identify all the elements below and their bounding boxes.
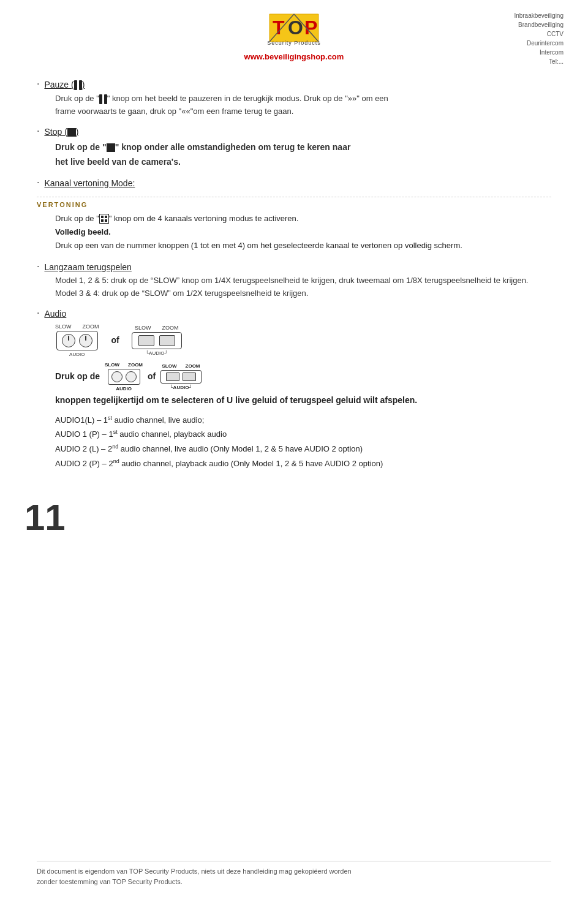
knob-1 bbox=[62, 334, 75, 347]
audio-list: AUDIO1(L) – 1st audio channel, live audi… bbox=[55, 413, 551, 471]
header-right: Inbraakbeveiliging Brandbeveiliging CCTV… bbox=[514, 11, 564, 66]
audio-druk-line: Druk op de SLOWZOOM AUDIO of SLOWZOOM bbox=[55, 361, 551, 408]
pause-bar-1 bbox=[74, 80, 77, 90]
section-langzaam: · Langzaam terugspelen Model 1, 2 & 5: d… bbox=[37, 262, 551, 300]
audio-list-item-3: AUDIO 2 (L) – 2nd audio channel, live au… bbox=[55, 442, 551, 456]
knob-2 bbox=[79, 334, 92, 347]
inline-diag1-box bbox=[108, 369, 140, 385]
kanaal-bullet-line: · Kanaal vertoning Mode: bbox=[37, 178, 551, 188]
section-stop: · Stop () Druk op de "" knop onder alle … bbox=[37, 127, 551, 170]
vertoning-volledig: Volledig beeld. bbox=[55, 227, 111, 236]
vertoning-section: VERTONING Druk op de "" knop om de 4 kan… bbox=[37, 197, 551, 252]
diagram2-labels: SLOW ZOOM bbox=[135, 325, 179, 331]
diag2-zoom: ZOOM bbox=[162, 325, 178, 331]
header-right-line6: Tel:... bbox=[514, 57, 564, 66]
stop-bold-text: Druk op de "" knop onder alle omstandigh… bbox=[55, 140, 551, 170]
diagram-box-1 bbox=[56, 331, 98, 350]
pause-sym-inline bbox=[99, 94, 107, 104]
inline-knob1 bbox=[111, 371, 123, 382]
diag1-slow: SLOW bbox=[55, 323, 72, 330]
inline-audio2-label: └AUDIO┘ bbox=[170, 384, 192, 392]
diag2-slow: SLOW bbox=[135, 325, 151, 331]
rect-btn-2 bbox=[159, 335, 175, 346]
footer: Dit document is eigendom van TOP Securit… bbox=[37, 861, 551, 888]
rect-btn-1 bbox=[138, 335, 154, 346]
inline-rect1 bbox=[166, 372, 179, 381]
stop-symbol bbox=[67, 128, 76, 137]
pauze-bullet: · bbox=[37, 78, 39, 89]
pauze-title: Pauze () bbox=[44, 80, 85, 90]
langzaam-bullet-line: · Langzaam terugspelen bbox=[37, 262, 551, 272]
gc3 bbox=[101, 219, 104, 222]
audio-list-item-4: AUDIO 2 (P) – 2nd audio channel, playbac… bbox=[55, 456, 551, 471]
pb1 bbox=[99, 94, 102, 104]
vertoning-header: VERTONING bbox=[37, 197, 551, 208]
druk-of: of bbox=[148, 369, 156, 384]
vertoning-content: Druk op de "" knop om de 4 kanaals verto… bbox=[55, 212, 551, 252]
pause-bar-2 bbox=[79, 80, 82, 90]
header-right-line5: Intercom bbox=[514, 48, 564, 57]
website-link[interactable]: www.beveiligingshop.com bbox=[244, 52, 344, 61]
langzaam-desc1: Model 1, 2 & 5: druk op de “SLOW” knop o… bbox=[55, 274, 551, 287]
stop-bullet-line: · Stop () bbox=[37, 127, 551, 137]
footer-line1: Dit document is eigendom van TOP Securit… bbox=[37, 866, 551, 877]
stop-title: Stop () bbox=[44, 127, 78, 137]
header-right-line4: Deurintercom bbox=[514, 39, 564, 48]
druk-text-after: knoppen tegelijkertijd om te selecteren … bbox=[55, 393, 417, 408]
stop-desc: Druk op de "" knop onder alle omstandigh… bbox=[55, 140, 551, 170]
page-number: 11 bbox=[24, 496, 66, 539]
vertoning-desc3: Druk op een van de nummer knoppen (1 tot… bbox=[55, 239, 551, 252]
inline-diag2-labels: SLOWZOOM bbox=[162, 362, 200, 371]
section-audio: · Audio SLOW ZOOM AUDIO bbox=[37, 309, 551, 471]
pauze-desc1: Druk op de "" knop om het beeld te pauze… bbox=[55, 94, 388, 103]
diagram-group-2: SLOW ZOOM └AUDIO┘ bbox=[132, 325, 182, 356]
langzaam-bullet: · bbox=[37, 261, 39, 272]
audio-label1: AUDIO bbox=[69, 352, 85, 357]
header-right-line2: Brandbeveiliging bbox=[514, 20, 564, 29]
langzaam-desc2: Model 3 & 4: druk op de “SLOW” om 1/2X t… bbox=[55, 287, 551, 300]
stop-bullet: · bbox=[37, 126, 39, 137]
svg-text:O: O bbox=[288, 17, 303, 39]
svg-text:Security Products: Security Products bbox=[267, 40, 321, 46]
audio-bullet: · bbox=[37, 308, 39, 319]
vertoning-desc1: Druk op de "" knop om de 4 kanaals verto… bbox=[55, 212, 551, 225]
header-right-line1: Inbraakbeveiliging bbox=[514, 11, 564, 20]
grid-icon bbox=[99, 214, 109, 224]
inline-knob2 bbox=[126, 371, 137, 382]
inline-diag1-labels: SLOWZOOM bbox=[105, 361, 143, 369]
langzaam-desc: Model 1, 2 & 5: druk op de “SLOW” knop o… bbox=[55, 274, 551, 300]
page-wrapper: T O P Security Products www.beveiligings… bbox=[0, 0, 588, 900]
langzaam-title: Langzaam terugspelen bbox=[44, 262, 131, 272]
section-pauze: · Pauze () Druk op de "" knop om het bee… bbox=[37, 80, 551, 118]
diagram-box-2 bbox=[132, 332, 182, 349]
inline-audio1-label: AUDIO bbox=[116, 385, 132, 393]
inline-rect2 bbox=[183, 372, 196, 381]
kanaal-title: Kanaal vertoning Mode: bbox=[44, 178, 135, 188]
content: · Pauze () Druk op de "" knop om het bee… bbox=[0, 67, 588, 492]
audio-bullet-line: · Audio bbox=[37, 309, 551, 319]
kanaal-bullet: · bbox=[37, 177, 39, 188]
section-kanaal: · Kanaal vertoning Mode: bbox=[37, 178, 551, 188]
pauze-bullet-line: · Pauze () bbox=[37, 80, 551, 90]
inline-diag2-box bbox=[160, 370, 202, 384]
header-right-line3: CCTV bbox=[514, 29, 564, 39]
audio-list-item-1: AUDIO1(L) – 1st audio channel, live audi… bbox=[55, 413, 551, 428]
gc2 bbox=[105, 216, 107, 218]
audio-diagrams: SLOW ZOOM AUDIO of SLOW ZOOM bbox=[55, 323, 551, 357]
diag1-zoom: ZOOM bbox=[83, 323, 99, 330]
gc1 bbox=[101, 216, 104, 218]
pauze-desc2: frame voorwaarts te gaan, druk op "««"om… bbox=[55, 107, 293, 116]
svg-text:T: T bbox=[273, 17, 285, 39]
audio-label2: └AUDIO┘ bbox=[145, 350, 168, 356]
audio-list-item-2: AUDIO 1 (P) – 1st audio channel, playbac… bbox=[55, 427, 551, 442]
diagram1-labels: SLOW ZOOM bbox=[55, 323, 99, 330]
logo-area: T O P Security Products www.beveiligings… bbox=[233, 11, 355, 61]
pb2 bbox=[104, 94, 107, 104]
stop-sym-inline bbox=[107, 143, 115, 152]
audio-title: Audio bbox=[44, 309, 66, 319]
druk-text-before: Druk op de bbox=[55, 369, 100, 384]
audio-of-text: of bbox=[111, 335, 119, 345]
logo-svg: T O P Security Products bbox=[233, 11, 355, 51]
pause-symbol bbox=[74, 80, 82, 90]
header: T O P Security Products www.beveiligings… bbox=[0, 0, 588, 67]
